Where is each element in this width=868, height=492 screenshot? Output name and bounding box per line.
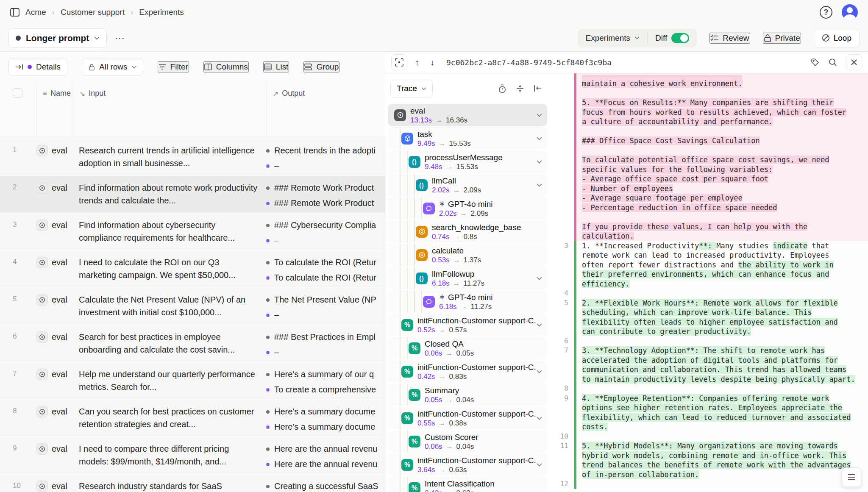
trace-span-row[interactable]: %initFunction-Customer support-C...0.55s… (388, 407, 547, 429)
trace-span-row[interactable]: ()llmFollowup6.18s→11.27s (388, 267, 547, 289)
diff-removed-line: - Number of employees (550, 184, 868, 194)
table-row[interactable]: 1evalResearch current trends in artifici… (0, 139, 385, 175)
column-header-name[interactable]: ≡Name (36, 82, 73, 137)
more-menu-button[interactable]: ⋯ (114, 32, 125, 44)
columns-label: Columns (216, 62, 248, 72)
span-durations: 9.48s→15.53s (425, 162, 503, 171)
output-cell: Here's a summary of our qTo create a com… (266, 363, 385, 399)
chevron-down-icon[interactable] (537, 183, 547, 187)
search-icon[interactable] (828, 58, 837, 67)
prev-row-button[interactable]: ↑ (412, 58, 423, 67)
row-name: eval (52, 295, 67, 305)
timing-icon[interactable] (498, 84, 506, 93)
diff-removed-line: a culture of accountability and performa… (550, 117, 868, 127)
rows-filter-dropdown[interactable]: All rows (82, 58, 143, 76)
select-all-checkbox[interactable] (13, 88, 22, 98)
table-row[interactable]: 9evalI need to compare three different p… (0, 437, 385, 474)
table-row[interactable]: 4evalI need to calculate the ROI on our … (0, 251, 385, 287)
private-button[interactable]: Private (763, 33, 801, 44)
columns-icon (204, 64, 212, 70)
table-row[interactable]: 2evalFind information about remote work … (0, 176, 385, 213)
span-durations: 6.18s→11.27s (439, 302, 493, 311)
table-row[interactable]: 8evalCan you search for best practices o… (0, 400, 385, 436)
group-button[interactable]: Group (303, 61, 339, 72)
output-cell-line: To calculate the ROI (Retur (266, 258, 385, 267)
expand-trace-button[interactable] (391, 54, 407, 70)
diff-line-number: 12 (550, 479, 574, 489)
chevron-down-icon[interactable] (537, 160, 547, 164)
details-button[interactable]: Details (8, 58, 67, 76)
close-panel-button[interactable] (846, 54, 862, 70)
tree-guide-line (414, 267, 415, 289)
table-row[interactable]: 6evalSearch for best practices in employ… (0, 325, 385, 362)
trace-span-row[interactable]: calculate0.53s→1.37s (388, 244, 547, 266)
trace-span-row[interactable]: %Closed QA0.06s→0.05s (388, 337, 547, 359)
breadcrumb-workspace[interactable]: Acme (25, 8, 46, 17)
row-name: eval (52, 258, 67, 267)
chevron-down-icon[interactable] (537, 277, 547, 280)
output-bullet-purple (266, 314, 270, 317)
name-cell: eval (36, 139, 73, 175)
tree-guide-line (407, 290, 408, 313)
chevron-down-icon[interactable] (537, 137, 547, 140)
trace-span-row[interactable]: ()llmCall2.02s→2.09s (388, 174, 547, 196)
parens-icon: () (409, 156, 420, 168)
trace-span-row[interactable]: %Summary0.05s→0.04s (388, 384, 547, 406)
diff-line-number (550, 327, 574, 336)
diff-line-number (550, 250, 574, 260)
input-cell: I need to compare three different pricin… (73, 437, 266, 474)
output-cell: ### Best Practices in Empl– (266, 325, 385, 362)
table-row[interactable]: 5evalCalculate the Net Present Value (NP… (0, 288, 385, 325)
chevron-down-icon[interactable] (537, 370, 547, 373)
list-button[interactable]: List (263, 61, 289, 72)
avatar[interactable] (842, 4, 858, 20)
view-selector-dropdown[interactable]: Experiments (578, 33, 647, 43)
table-row[interactable]: 7evalHelp me understand our quarterly pe… (0, 363, 385, 399)
list-icon (264, 64, 272, 70)
help-icon[interactable]: ? (820, 6, 832, 19)
breadcrumb-section[interactable]: Experiments (139, 8, 184, 17)
trace-span-row[interactable]: search_knowledge_base0.74s→0.8s (388, 220, 547, 243)
review-button[interactable]: Review (709, 33, 750, 44)
breadcrumb-project[interactable]: Customer support (61, 8, 125, 17)
table-row[interactable]: 10evalResearch industry standards for Sa… (0, 475, 385, 492)
experiment-selector[interactable]: Longer prompt (8, 28, 107, 48)
columns-button[interactable]: Columns (203, 61, 249, 72)
trace-span-row[interactable]: ()processUserMessage9.48s→15.53s (388, 150, 547, 173)
trace-span-row[interactable]: GPT-4o mini2.02s→2.09s (388, 197, 547, 220)
sidebar-toggle-icon[interactable] (10, 8, 19, 17)
column-header-input[interactable]: ↘Input (73, 82, 266, 137)
trace-span-row[interactable]: %initFunction-Customer support-C...3.64s… (388, 453, 547, 476)
output-bullet-gray (266, 373, 270, 376)
trace-span-row[interactable]: %Custom Scorer0.06s→0.04s (388, 430, 547, 453)
diff-added-line: flexibility often leads to higher employ… (550, 317, 868, 327)
tag-icon[interactable] (810, 58, 820, 67)
filter-button[interactable]: Filter (158, 61, 189, 72)
diff-toggle[interactable] (671, 33, 689, 43)
trace-span-row[interactable]: %initFunction-Customer support-C...0.42s… (388, 360, 547, 383)
trace-span-row[interactable]: %initFunction-Customer support-C...0.52s… (388, 314, 547, 336)
span-durations: 0.55s→0.38s (417, 419, 537, 428)
trace-span-row[interactable]: eval13.13s→16.36s (388, 104, 547, 126)
table-row[interactable]: 3evalFind information about cybersecurit… (0, 214, 385, 250)
collapse-vertical-icon[interactable] (516, 84, 524, 93)
eval-icon (36, 369, 48, 380)
chevron-down-icon[interactable] (537, 417, 547, 420)
chevron-down-icon[interactable] (537, 323, 547, 327)
output-cell-line: – (266, 161, 385, 171)
scroll-menu-button[interactable] (842, 467, 861, 487)
column-header-output[interactable]: ↗Output (266, 82, 385, 137)
chevron-down-icon[interactable] (537, 463, 547, 467)
trace-view-dropdown[interactable]: Trace (390, 80, 433, 97)
chevron-down-icon[interactable] (537, 114, 547, 117)
span-durations: 6.18s→11.27s (432, 279, 484, 288)
row-number: 5 (0, 288, 36, 325)
trace-span-row[interactable]: GPT-4o mini6.18s→11.27s (388, 290, 547, 313)
next-row-button[interactable]: ↓ (427, 58, 438, 67)
collapse-left-icon[interactable] (534, 84, 542, 93)
loop-button[interactable]: Loop (814, 29, 860, 47)
diff-removed-line: - Average office space cost per square f… (550, 174, 868, 184)
diff-added-line: options see higher retention rates. Empl… (550, 403, 868, 413)
trace-span-row[interactable]: %Intent Classification3.43s→0.63s (388, 477, 547, 492)
trace-span-row[interactable]: task9.49s→15.53s (388, 127, 547, 150)
